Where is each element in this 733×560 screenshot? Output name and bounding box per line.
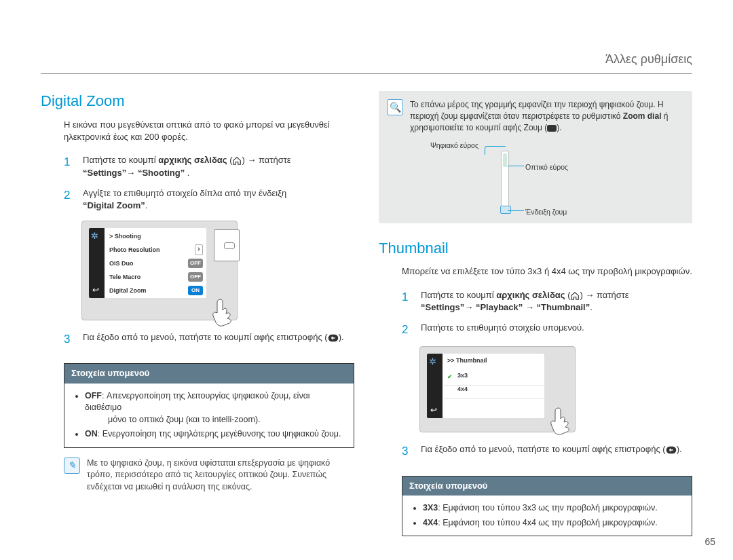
option-4x4: 4x4	[447, 385, 468, 394]
home-icon	[232, 155, 242, 167]
submenu-item-3x3: 3X3: Εμφάνιση του τύπου 3x3 ως την προβο…	[423, 502, 685, 515]
return-icon	[328, 331, 339, 343]
chevron-right-icon: ›	[195, 244, 203, 255]
step-number: 3	[402, 443, 414, 460]
step-1: 1 Πατήστε το κουμπί αρχικής σελίδας () →…	[402, 285, 692, 318]
intro-text: Μπορείτε να επιλέξετε τον τύπο 3x3 ή 4x4…	[379, 265, 692, 278]
toggle-on: ON	[188, 286, 203, 295]
step-1: 1 Πατήστε το κουμπί αρχικής σελίδας () →…	[64, 150, 354, 183]
hand-pointer-icon	[207, 293, 241, 333]
step-2: 2 Πατήστε το επιθυμητό στοιχείο υπομενού…	[402, 318, 692, 342]
zoom-range-figure: Ψηφιακό εύρος Οπτικό εύρος Ένδειξη ζουμ	[410, 141, 684, 215]
hand-pointer-icon	[545, 401, 579, 445]
home-icon	[570, 289, 580, 301]
option-3x3: ✔3x3	[447, 371, 468, 380]
note-box: ✎ Με το ψηφιακό ζουμ, η εικόνα υφίσταται…	[64, 458, 354, 493]
zoom-button-icon	[547, 125, 557, 132]
submenu-item-off: OFF: Απενεργοποίηση της λειτουργίας ψηφι…	[85, 390, 347, 426]
step-number: 1	[402, 289, 414, 314]
step-number: 1	[64, 154, 76, 179]
page-number: 65	[704, 536, 715, 549]
step-number: 2	[402, 322, 414, 338]
page-header: Άλλες ρυθμίσεις	[41, 51, 692, 74]
section-title-digital-zoom: Digital Zoom	[41, 91, 354, 112]
submenu-box: Στοιχεία υπομενού 3X3: Εμφάνιση του τύπο…	[402, 476, 692, 536]
submenu-item-4x4: 4X4: Εμφάνιση του τύπου 4x4 ως την προβο…	[423, 517, 685, 529]
left-column: Digital Zoom Η εικόνα που μεγεθύνεται οπ…	[41, 91, 354, 546]
toggle-off: OFF	[188, 272, 203, 282]
checkmark-icon: ✔	[447, 373, 454, 379]
magnifier-icon: 🔍	[387, 99, 403, 115]
step-number: 2	[64, 187, 76, 212]
return-icon	[666, 444, 677, 456]
toggle-off: OFF	[188, 259, 203, 268]
info-callout: 🔍 Το επάνω μέρος της γραμμής εμφανίζει τ…	[379, 91, 692, 223]
camera-screen-shooting: ✲ ↩ > Shooting Photo Resolution› OIS Duo…	[81, 221, 238, 320]
right-column: 🔍 Το επάνω μέρος της γραμμής εμφανίζει τ…	[379, 91, 692, 546]
gear-icon: ✲	[91, 230, 98, 242]
back-icon: ↩	[430, 405, 437, 416]
step-2: 2 Αγγίξτε το επιθυμητό στοιχείο δίπλα απ…	[64, 183, 354, 216]
step-number: 3	[64, 331, 76, 348]
section-title-thumbnail: Thumbnail	[379, 238, 692, 259]
submenu-item-on: ON: Ενεργοποίηση της υψηλότερης μεγέθυνσ…	[85, 428, 347, 441]
breadcrumb: Άλλες ρυθμίσεις	[605, 52, 692, 66]
camera-screen-thumbnail: ✲ ↩ >> Thumbnail ✔3x3 4x4	[419, 346, 576, 432]
gear-icon: ✲	[429, 356, 436, 368]
intro-text: Η εικόνα που μεγεθύνεται οπτικά από το φ…	[41, 119, 354, 143]
submenu-box: Στοιχεία υπομενού OFF: Απενεργοποίηση τη…	[64, 363, 354, 447]
zoom-lever-icon	[214, 229, 240, 261]
note-icon: ✎	[64, 458, 80, 474]
back-icon: ↩	[92, 284, 99, 296]
